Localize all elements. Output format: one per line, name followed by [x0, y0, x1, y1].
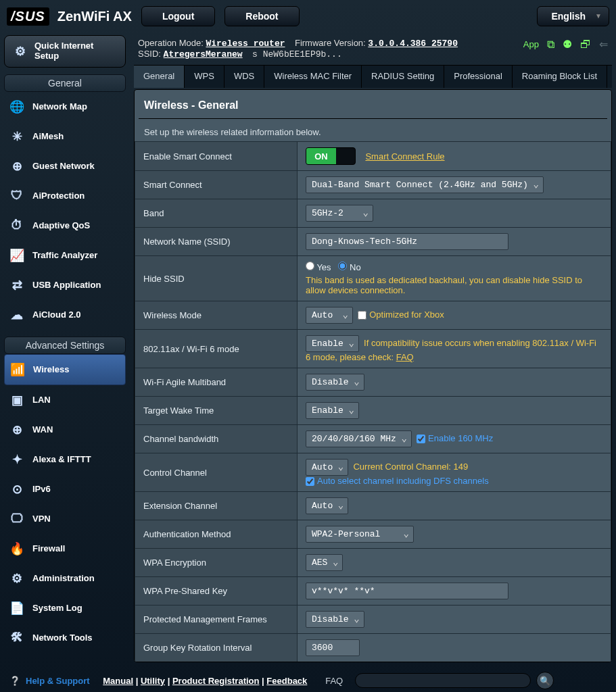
wpa-encryption-select[interactable]: AES: [306, 554, 343, 571]
panel-title: Wireless - General: [135, 90, 611, 118]
sidebar-item-aiprotection[interactable]: 🛡AiProtection: [4, 181, 126, 211]
sidebar-item-administration[interactable]: ⚙Administration: [4, 564, 126, 593]
sidebar-item-network-tools[interactable]: 🛠Network Tools: [4, 623, 126, 653]
op-mode-value[interactable]: Wireless router: [206, 39, 285, 49]
control-channel-select[interactable]: Auto: [306, 459, 348, 476]
wifi-icon[interactable]: 🗗: [580, 39, 591, 51]
search-button[interactable]: 🔍: [536, 672, 554, 689]
sidebar-item-network-map[interactable]: 🌐Network Map: [4, 92, 126, 122]
wireless-icon: 📶: [9, 361, 26, 378]
ssid-value-2: s NeW6bEE1EP9b...: [252, 49, 342, 59]
sidebar-item-wan[interactable]: ⊕WAN: [4, 415, 126, 445]
agile-select[interactable]: Disable: [306, 374, 364, 391]
lan-icon: ▣: [8, 391, 26, 409]
sidebar-item-usb-application[interactable]: ⇄USB Application: [4, 270, 126, 300]
pmf-select[interactable]: Disable: [306, 611, 364, 628]
tabs: GeneralWPSWDSWireless MAC FilterRADIUS S…: [134, 65, 612, 88]
sidebar-item-aimesh[interactable]: ✳AiMesh: [4, 122, 126, 151]
sidebar-item-traffic-analyzer[interactable]: 📈Traffic Analyzer: [4, 241, 126, 270]
label-psk: WPA Pre-Shared Key: [135, 577, 298, 606]
faq-search-input[interactable]: [355, 673, 531, 688]
settings-panel: Wireless - General Set up the wireless r…: [134, 89, 612, 662]
tab-roaming-block-list[interactable]: Roaming Block List: [513, 66, 607, 88]
usb-application-icon: ⇄: [8, 276, 26, 294]
tab-wps[interactable]: WPS: [185, 66, 224, 88]
wifi6-mode-select[interactable]: Enable: [306, 335, 359, 352]
wireless-mode-select[interactable]: Auto: [306, 307, 353, 324]
footer-link-manual[interactable]: Manual: [103, 676, 133, 686]
label-enable-smart-connect: Enable Smart Connect: [135, 142, 298, 171]
xbox-checkbox[interactable]: [358, 311, 366, 320]
sidebar-item-label: Administration: [32, 573, 95, 583]
label-auth-method: Authentication Method: [135, 520, 298, 549]
brand-logo: /SUS: [7, 7, 49, 26]
logout-button[interactable]: Logout: [141, 6, 215, 26]
dfs-checkbox[interactable]: [306, 477, 314, 486]
enable-160-label: Enable 160 MHz: [428, 433, 493, 443]
sidebar-item-alexa-ifttt[interactable]: ✦Alexa & IFTTT: [4, 445, 126, 474]
label-pmf: Protected Management Frames: [135, 606, 298, 634]
toggle-on-label: ON: [306, 148, 336, 164]
footer-link-feedback[interactable]: Feedback: [266, 676, 307, 686]
op-mode-label: Operation Mode:: [138, 38, 204, 48]
ssid-value-1: AtregersMeranew: [164, 49, 243, 59]
sidebar-item-system-log[interactable]: 📄System Log: [4, 593, 126, 623]
sidebar-item-vpn[interactable]: 🖵VPN: [4, 504, 126, 534]
sidebar-item-ipv6[interactable]: ⊙IPv6: [4, 474, 126, 504]
network-map-icon: 🌐: [8, 98, 26, 116]
enable-160-checkbox[interactable]: [417, 435, 425, 443]
ssid-input[interactable]: Dong-Knows-Tech-5GHz: [306, 233, 508, 250]
sidebar-item-adaptive-qos[interactable]: ⏱Adaptive QoS: [4, 211, 126, 241]
tab-wds[interactable]: WDS: [224, 66, 264, 88]
sidebar-item-lan[interactable]: ▣LAN: [4, 385, 126, 415]
tab-professional[interactable]: Professional: [444, 66, 513, 88]
tab-wireless-mac-filter[interactable]: Wireless MAC Filter: [264, 66, 362, 88]
sidebar-item-aicloud[interactable]: ☁AiCloud 2.0: [4, 300, 126, 330]
sidebar-item-wireless[interactable]: 📶Wireless: [4, 354, 126, 385]
wifi6-faq-link[interactable]: FAQ: [396, 352, 414, 362]
label-wireless-mode: Wireless Mode: [135, 301, 298, 330]
smart-connect-rule-link[interactable]: Smart Connect Rule: [365, 151, 444, 162]
help-support-link[interactable]: Help & Support: [26, 676, 90, 686]
qis-label: Quick Internet Setup: [34, 41, 93, 61]
sidebar-header-advanced: Advanced Settings: [4, 337, 126, 354]
sidebar-item-guest-network[interactable]: ⊕Guest Network: [4, 151, 126, 181]
aiprotection-icon: 🛡: [8, 187, 26, 205]
auth-method-select[interactable]: WPA2-Personal: [306, 526, 414, 543]
smart-connect-toggle[interactable]: ON: [306, 147, 356, 165]
label-wifi6-mode: 802.11ax / Wi-Fi 6 mode: [135, 330, 298, 368]
extension-channel-select[interactable]: Auto: [306, 497, 348, 514]
quick-internet-setup-button[interactable]: ⚙ Quick Internet Setup: [4, 35, 126, 68]
tab-general[interactable]: General: [134, 66, 185, 88]
hide-ssid-no[interactable]: No: [338, 262, 360, 272]
psk-input[interactable]: v**v*v* **v*: [306, 583, 508, 599]
footer-link-utility[interactable]: Utility: [141, 676, 165, 686]
aimesh-icon: ✳: [8, 128, 26, 145]
label-extension-channel: Extension Channel: [135, 492, 298, 520]
ipv6-icon: ⊙: [8, 480, 26, 498]
reboot-button[interactable]: Reboot: [224, 6, 299, 26]
panel-description: Set up the wireless related information …: [135, 119, 611, 141]
firewall-icon: 🔥: [8, 540, 26, 558]
hide-ssid-yes[interactable]: Yes: [306, 262, 331, 272]
footer: ❔ Help & Support Manual | Utility | Prod…: [0, 669, 616, 692]
clients-icon[interactable]: ⚉: [563, 38, 572, 51]
bandwidth-select[interactable]: 20/40/80/160 MHz: [306, 430, 412, 447]
twt-select[interactable]: Enable: [306, 402, 359, 419]
sidebar-header-general: General: [4, 74, 126, 92]
router-icon[interactable]: ⧉: [547, 39, 554, 51]
band-select[interactable]: 5GHz-2: [306, 205, 373, 222]
smart-connect-select[interactable]: Dual-Band Smart Connect (2.4GHz and 5GHz…: [306, 176, 544, 193]
sidebar-item-firewall[interactable]: 🔥Firewall: [4, 534, 126, 564]
fw-value[interactable]: 3.0.0.4.386_25790: [368, 39, 458, 49]
label-smart-connect: Smart Connect: [135, 171, 298, 199]
usb-icon[interactable]: ⇐: [599, 38, 608, 51]
app-link[interactable]: App: [523, 39, 539, 49]
status-bar: Operation Mode: Wireless router Firmware…: [134, 32, 612, 65]
tab-radius-setting[interactable]: RADIUS Setting: [362, 66, 444, 88]
sidebar-item-label: LAN: [32, 395, 51, 405]
language-select[interactable]: English: [537, 6, 609, 26]
sidebar-item-label: AiMesh: [32, 131, 64, 141]
footer-link-product-registration[interactable]: Product Registration: [172, 676, 260, 686]
group-key-input[interactable]: 3600: [306, 639, 360, 656]
